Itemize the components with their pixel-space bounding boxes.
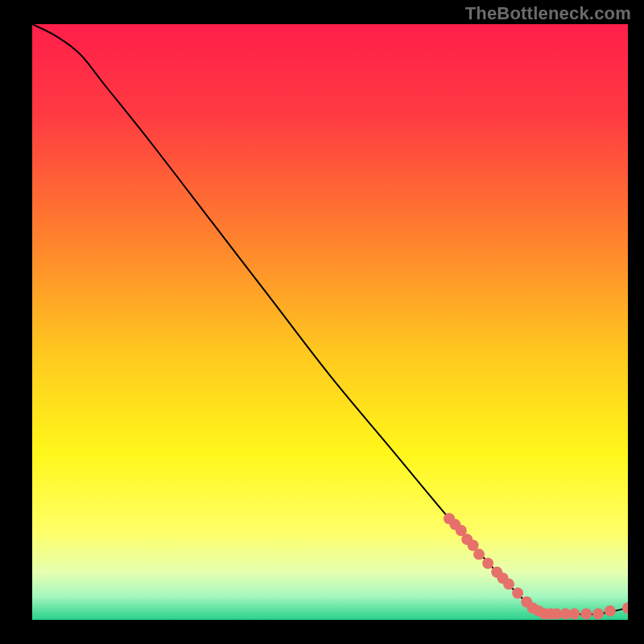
- highlight-point: [512, 588, 523, 599]
- highlight-point: [580, 609, 592, 620]
- highlight-point: [592, 609, 604, 620]
- highlight-point: [473, 549, 485, 560]
- highlight-point: [482, 558, 493, 569]
- chart-svg: [32, 24, 628, 620]
- watermark-text: TheBottleneck.com: [465, 3, 631, 24]
- gradient-background: [32, 24, 628, 620]
- highlight-point: [568, 609, 580, 620]
- plot-area: [32, 24, 628, 620]
- chart-container: TheBottleneck.com: [0, 0, 644, 644]
- highlight-point: [605, 605, 616, 617]
- highlight-point: [503, 579, 514, 590]
